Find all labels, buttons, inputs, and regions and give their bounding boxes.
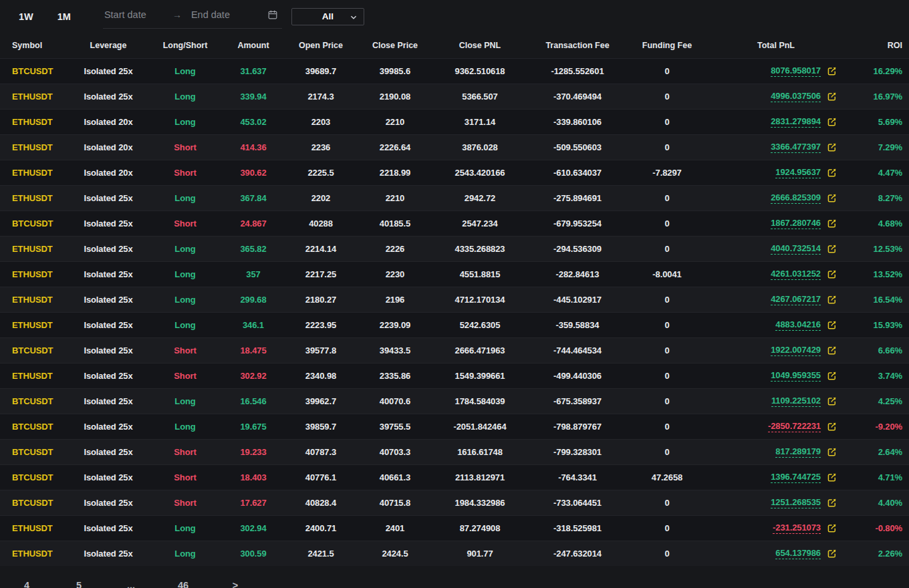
total-pnl-link[interactable]: 817.289179 bbox=[775, 446, 821, 458]
share-icon[interactable] bbox=[827, 498, 837, 508]
cell-total-pnl: 3366.477397 bbox=[711, 142, 841, 153]
filter-dropdown[interactable]: All bbox=[291, 8, 364, 25]
share-icon[interactable] bbox=[827, 422, 837, 432]
table-row: BTCUSDTIsolated 25xShort18.47539577.8394… bbox=[0, 337, 909, 363]
range-button-1m[interactable]: 1M bbox=[57, 11, 71, 22]
share-icon[interactable] bbox=[827, 218, 837, 229]
share-icon[interactable] bbox=[827, 549, 837, 559]
date-range-picker[interactable]: → bbox=[103, 5, 282, 29]
cell-roi: 5.69% bbox=[841, 117, 909, 127]
cell-transaction-fee: -318.525981 bbox=[532, 523, 623, 533]
total-pnl-link[interactable]: 4261.031252 bbox=[771, 269, 821, 280]
share-icon[interactable] bbox=[827, 269, 837, 279]
cell-symbol: BTCUSDT bbox=[0, 472, 74, 482]
cell-funding-fee: 0 bbox=[623, 295, 711, 305]
cell-roi: 12.53% bbox=[841, 244, 909, 254]
cell-funding-fee: 0 bbox=[623, 218, 711, 229]
cell-amount: 365.82 bbox=[227, 244, 279, 254]
share-icon[interactable] bbox=[827, 371, 837, 381]
total-pnl-link[interactable]: 1924.95637 bbox=[775, 167, 821, 178]
share-icon[interactable] bbox=[827, 193, 837, 203]
cell-transaction-fee: -610.634037 bbox=[532, 168, 623, 178]
share-icon[interactable] bbox=[827, 472, 837, 482]
total-pnl-link[interactable]: 3366.477397 bbox=[771, 142, 821, 153]
total-pnl-link[interactable]: 4267.067217 bbox=[771, 294, 821, 305]
share-icon[interactable] bbox=[827, 168, 837, 178]
table-row: BTCUSDTIsolated 25xShort24.8674028840185… bbox=[0, 210, 909, 236]
share-icon[interactable] bbox=[827, 447, 837, 457]
total-pnl-link[interactable]: 1251.268535 bbox=[771, 497, 821, 508]
cell-transaction-fee: -359.58834 bbox=[532, 320, 623, 330]
page-button-4[interactable]: 4 bbox=[16, 580, 37, 588]
table-row: ETHUSDTIsolated 20xLong453.0222032210317… bbox=[0, 109, 909, 134]
cell-roi: 16.29% bbox=[841, 66, 909, 76]
total-pnl-link[interactable]: 4040.732514 bbox=[771, 243, 821, 255]
share-icon[interactable] bbox=[827, 92, 837, 102]
cell-side: Long bbox=[143, 269, 227, 279]
cell-amount: 24.867 bbox=[227, 218, 279, 229]
cell-open-price: 39859.7 bbox=[279, 422, 362, 432]
cell-side: Short bbox=[143, 345, 227, 355]
cell-leverage: Isolated 25x bbox=[74, 269, 143, 279]
range-button-1w[interactable]: 1W bbox=[19, 11, 33, 22]
total-pnl-link[interactable]: 2666.825309 bbox=[771, 192, 821, 204]
total-pnl-link[interactable]: 1396.744725 bbox=[771, 472, 821, 483]
total-pnl-link[interactable]: 1109.225102 bbox=[771, 396, 821, 407]
share-icon[interactable] bbox=[827, 244, 837, 254]
total-pnl-link[interactable]: 654.137986 bbox=[775, 548, 821, 559]
table-row: BTCUSDTIsolated 25xShort17.62740828.4407… bbox=[0, 490, 909, 515]
cell-symbol: BTCUSDT bbox=[0, 218, 74, 229]
cell-close-pnl: 1984.332986 bbox=[428, 498, 532, 508]
total-pnl-link[interactable]: -2850.722231 bbox=[768, 421, 821, 432]
total-pnl-link[interactable]: 1049.959355 bbox=[771, 370, 821, 382]
cell-close-price: 40703.3 bbox=[362, 447, 428, 457]
share-icon[interactable] bbox=[827, 142, 837, 152]
page-button-5[interactable]: 5 bbox=[68, 580, 90, 588]
cell-open-price: 2340.98 bbox=[279, 371, 362, 381]
cell-amount: 346.1 bbox=[227, 320, 279, 330]
total-pnl-link[interactable]: 1867.280746 bbox=[771, 218, 821, 229]
cell-open-price: 39689.7 bbox=[279, 66, 362, 76]
share-icon[interactable] bbox=[827, 117, 837, 127]
cell-funding-fee: 0 bbox=[623, 244, 711, 254]
page-ellipsis[interactable]: ... bbox=[120, 580, 142, 588]
total-pnl-link[interactable]: 4883.04216 bbox=[775, 319, 821, 331]
cell-open-price: 40776.1 bbox=[279, 472, 362, 482]
cell-open-price: 2214.14 bbox=[279, 244, 362, 254]
share-icon[interactable] bbox=[827, 66, 837, 76]
cell-open-price: 39577.8 bbox=[279, 345, 362, 355]
total-pnl-link[interactable]: -231.251073 bbox=[773, 523, 821, 534]
total-pnl-link[interactable]: 2831.279894 bbox=[771, 116, 821, 128]
share-icon[interactable] bbox=[827, 523, 837, 533]
table-row: ETHUSDTIsolated 25xLong299.682180.272196… bbox=[0, 287, 909, 312]
cell-roi: 8.27% bbox=[841, 193, 909, 203]
cell-side: Short bbox=[143, 142, 227, 152]
cell-close-pnl: 87.274908 bbox=[428, 523, 532, 533]
cell-funding-fee: 0 bbox=[623, 447, 711, 457]
column-header-total_pnl: Total PnL bbox=[711, 41, 841, 50]
share-icon[interactable] bbox=[827, 320, 837, 330]
share-icon[interactable] bbox=[827, 345, 837, 355]
cell-transaction-fee: -370.469494 bbox=[532, 92, 623, 102]
calendar-icon[interactable] bbox=[267, 9, 278, 20]
cell-transaction-fee: -733.064451 bbox=[532, 498, 623, 508]
cell-roi: 2.26% bbox=[841, 549, 909, 559]
total-pnl-link[interactable]: 1922.007429 bbox=[771, 345, 821, 356]
cell-total-pnl: 1396.744725 bbox=[711, 472, 841, 483]
cell-close-pnl: 5242.6305 bbox=[428, 320, 532, 330]
start-date-input[interactable] bbox=[104, 9, 168, 20]
cell-close-pnl: 3876.028 bbox=[428, 142, 532, 152]
total-pnl-link[interactable]: 4996.037506 bbox=[771, 91, 821, 102]
next-page-button[interactable]: > bbox=[225, 580, 246, 588]
cell-open-price: 2203 bbox=[279, 117, 362, 127]
cell-amount: 339.94 bbox=[227, 92, 279, 102]
table-row: ETHUSDTIsolated 25xLong367.8422022210294… bbox=[0, 185, 909, 210]
share-icon[interactable] bbox=[827, 295, 837, 305]
cell-open-price: 2180.27 bbox=[279, 295, 362, 305]
page-button-46[interactable]: 46 bbox=[172, 580, 194, 588]
share-icon[interactable] bbox=[827, 396, 837, 406]
cell-amount: 357 bbox=[227, 269, 279, 279]
cell-side: Long bbox=[143, 244, 227, 254]
end-date-input[interactable] bbox=[191, 9, 255, 20]
total-pnl-link[interactable]: 8076.958017 bbox=[771, 65, 821, 77]
